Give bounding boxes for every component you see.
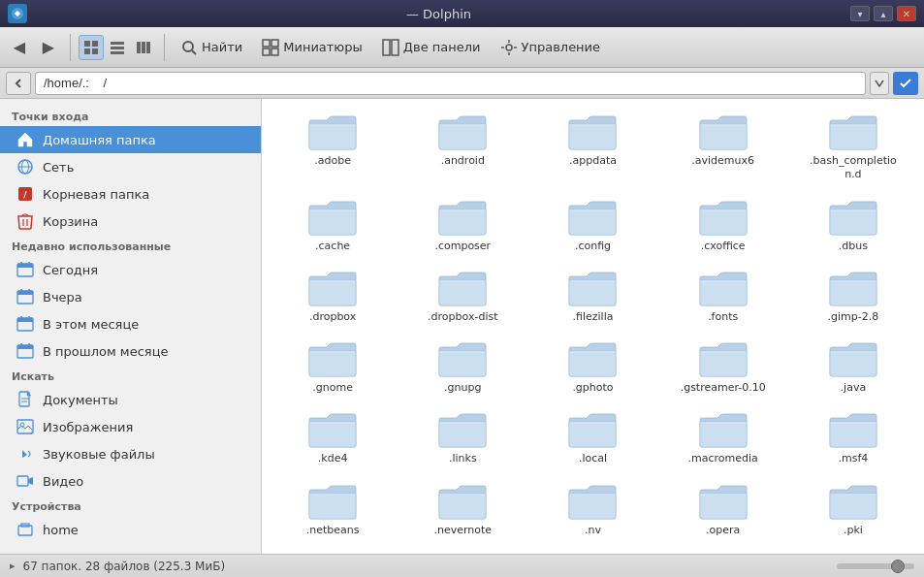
list-item[interactable]: .ranktracker bbox=[529, 547, 655, 554]
forward-button[interactable]: ▶ bbox=[35, 34, 62, 61]
list-item[interactable]: .gnupg bbox=[399, 334, 526, 401]
svg-rect-1 bbox=[84, 41, 90, 47]
list-item[interactable]: .dropbox-dist bbox=[399, 263, 526, 330]
file-name: .macromedia bbox=[688, 452, 758, 465]
zoom-slider[interactable] bbox=[837, 563, 914, 569]
folder-icon bbox=[828, 410, 878, 449]
list-item[interactable]: .macromedia bbox=[660, 404, 786, 471]
sidebar-item-today[interactable]: Сегодня bbox=[0, 256, 261, 283]
list-item[interactable]: .gimp-2.8 bbox=[790, 263, 916, 330]
list-item[interactable]: .config bbox=[529, 192, 655, 259]
this-month-icon bbox=[16, 314, 35, 334]
list-item[interactable]: .gnome bbox=[270, 334, 396, 401]
trash-label: Корзина bbox=[43, 214, 98, 229]
file-name: .gimp-2.8 bbox=[828, 310, 879, 324]
folder-icon bbox=[437, 269, 488, 307]
sidebar-item-last-month[interactable]: В прошлом месяце bbox=[0, 337, 261, 365]
sidebar-item-documents[interactable]: Документы bbox=[0, 386, 261, 413]
sidebar-item-yesterday[interactable]: Вчера bbox=[0, 283, 261, 310]
list-item[interactable]: .cxoffice bbox=[660, 192, 786, 259]
list-item[interactable]: .android bbox=[399, 107, 526, 188]
addr-confirm-button[interactable] bbox=[893, 72, 918, 95]
list-item[interactable]: .nv bbox=[529, 476, 655, 543]
folder-icon bbox=[828, 269, 878, 307]
svg-line-12 bbox=[192, 50, 196, 54]
list-item[interactable]: .gstreamer-0.10 bbox=[660, 334, 786, 401]
folder-icon bbox=[567, 112, 618, 151]
list-item[interactable]: .dbus bbox=[790, 192, 916, 259]
file-name: .dropbox-dist bbox=[428, 310, 497, 324]
close-button[interactable]: ✕ bbox=[897, 6, 916, 21]
list-item[interactable]: .gphoto bbox=[529, 334, 655, 401]
list-item[interactable]: .fonts bbox=[660, 263, 786, 330]
sidebar-item-this-month[interactable]: В этом месяце bbox=[0, 310, 261, 337]
folder-icon bbox=[567, 410, 618, 449]
addr-back-button[interactable] bbox=[6, 72, 31, 95]
thumbnails-button[interactable]: Миниатюры bbox=[254, 35, 370, 60]
list-item[interactable]: .msf4 bbox=[790, 404, 916, 471]
list-item[interactable]: .appdata bbox=[529, 107, 655, 188]
statusbar: ▸ 67 папок. 28 файлов (225.3 МиБ) bbox=[0, 554, 924, 577]
file-name: .links bbox=[449, 452, 477, 465]
list-item[interactable]: .pyrit bbox=[399, 547, 526, 554]
list-item[interactable]: .composer bbox=[399, 192, 526, 259]
address-input[interactable] bbox=[35, 72, 866, 95]
titlebar: — Dolphin ▾ ▴ ✕ bbox=[0, 0, 924, 27]
list-item[interactable]: .ssh bbox=[790, 547, 916, 554]
sidebar-item-device-home[interactable]: home bbox=[0, 516, 261, 543]
view-detail-button[interactable] bbox=[131, 35, 156, 60]
trash-icon bbox=[16, 211, 35, 231]
list-item[interactable]: .local bbox=[529, 404, 655, 471]
list-item[interactable]: .adobe bbox=[270, 107, 396, 188]
list-item[interactable]: .dropbox bbox=[270, 263, 396, 330]
back-button[interactable]: ◀ bbox=[6, 34, 33, 61]
sidebar-item-home[interactable]: Домашняя папка bbox=[0, 126, 261, 153]
list-item[interactable]: .netbeans bbox=[270, 476, 396, 543]
list-item[interactable]: .kde4 bbox=[270, 404, 396, 471]
sidebar-item-network[interactable]: Сеть bbox=[0, 153, 261, 180]
list-item[interactable]: .java bbox=[790, 334, 916, 401]
file-name: .filezilla bbox=[573, 310, 614, 324]
images-icon bbox=[16, 417, 35, 436]
addr-dropdown-button[interactable] bbox=[870, 72, 889, 95]
sidebar-item-root[interactable]: / Корневая папка bbox=[0, 180, 261, 208]
sidebar-item-audio[interactable]: Звуковые файлы bbox=[0, 440, 261, 467]
list-item[interactable]: .avidemux6 bbox=[660, 107, 786, 188]
home-icon bbox=[16, 130, 35, 149]
folder-icon bbox=[828, 112, 878, 151]
list-item[interactable]: .links bbox=[399, 404, 526, 471]
list-item[interactable]: .pki bbox=[790, 476, 916, 543]
maximize-button[interactable]: ▴ bbox=[874, 6, 893, 21]
list-item[interactable]: .cache bbox=[270, 192, 396, 259]
list-item[interactable]: .bash_completion.d bbox=[790, 107, 916, 188]
sidebar-item-trash[interactable]: Корзина bbox=[0, 208, 261, 235]
list-item[interactable]: .filezilla bbox=[529, 263, 655, 330]
folder-icon bbox=[307, 269, 358, 307]
file-name: .nevernote bbox=[433, 524, 492, 537]
view-icons-button[interactable] bbox=[79, 35, 104, 60]
svg-rect-36 bbox=[17, 318, 33, 322]
minimize-button[interactable]: ▾ bbox=[850, 6, 870, 21]
svg-rect-16 bbox=[271, 48, 278, 55]
last-month-label: В прошлом месяце bbox=[43, 344, 168, 359]
section-recent-title: Недавно использованные bbox=[0, 235, 261, 256]
toolbar-separator-1 bbox=[70, 34, 71, 61]
folder-icon bbox=[567, 269, 618, 307]
view-list-button[interactable] bbox=[105, 35, 130, 60]
main-layout: Точки входа Домашняя папка Сеть / Корнев… bbox=[0, 99, 924, 554]
list-item[interactable]: .nevernote bbox=[399, 476, 526, 543]
list-item[interactable]: .Skype bbox=[660, 547, 786, 554]
folder-icon bbox=[567, 339, 618, 378]
manage-button[interactable]: Управление bbox=[493, 35, 609, 60]
two-panels-button[interactable]: Две панели bbox=[374, 35, 489, 60]
list-item[interactable]: .opera bbox=[660, 476, 786, 543]
sidebar-item-images[interactable]: Изображения bbox=[0, 413, 261, 440]
folder-icon bbox=[307, 198, 358, 237]
zoom-slider-thumb[interactable] bbox=[891, 560, 905, 573]
folder-icon bbox=[698, 112, 749, 151]
file-name: .gstreamer-0.10 bbox=[681, 381, 766, 395]
sidebar-item-video[interactable]: Видео bbox=[0, 467, 261, 495]
find-button[interactable]: Найти bbox=[173, 35, 250, 60]
svg-rect-3 bbox=[84, 48, 90, 54]
list-item[interactable]: .poedit bbox=[270, 547, 396, 554]
